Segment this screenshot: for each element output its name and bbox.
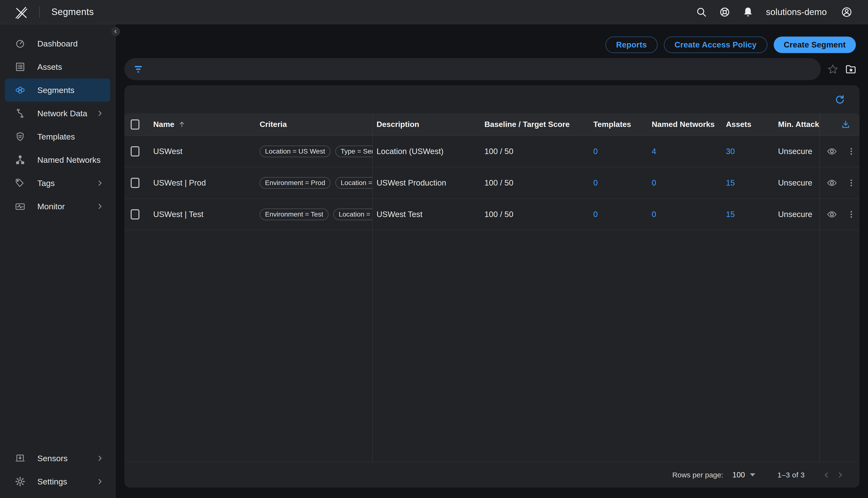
row-checkbox[interactable]: [124, 209, 146, 220]
segments-icon: [15, 84, 26, 96]
sensors-icon: [15, 453, 26, 464]
sidebar-item-network-data[interactable]: Network Data: [5, 102, 110, 125]
segment-name: USWest: [153, 147, 182, 156]
sidebar-item-settings[interactable]: Settings: [5, 470, 110, 493]
sidebar-item-monitor[interactable]: Monitor: [5, 195, 110, 218]
create-access-policy-button[interactable]: Create Access Policy: [664, 37, 767, 53]
main-content: Reports Create Access Policy Create Segm…: [115, 24, 868, 498]
row-menu-kebab-icon[interactable]: [846, 178, 856, 188]
segment-description: USWest Test: [373, 210, 483, 219]
table-row[interactable]: USWest Location = US West Type = Server …: [124, 136, 859, 167]
reports-button[interactable]: Reports: [605, 37, 658, 53]
previous-page-icon[interactable]: [820, 468, 833, 482]
help-icon[interactable]: [713, 3, 736, 21]
table-pagination: Rows per page: 100 1–3 of 3: [124, 462, 859, 488]
criteria-chip: Location = US West: [333, 209, 372, 220]
criteria-chip: Environment = Prod: [260, 177, 331, 189]
view-eye-icon[interactable]: [827, 209, 837, 220]
min-attack-score: Unsecure: [775, 147, 820, 156]
sidebar-spacer: [0, 218, 115, 447]
column-header-name[interactable]: Name: [146, 120, 260, 129]
named-networks-count-link[interactable]: 4: [652, 147, 656, 156]
named-networks-icon: [15, 154, 26, 166]
sidebar-item-tags[interactable]: Tags: [5, 171, 110, 195]
rows-per-page-select[interactable]: 100: [732, 471, 755, 479]
criteria-chip: Location = US West: [260, 146, 331, 157]
baseline-target-score: 100 / 50: [483, 210, 590, 219]
filter-bar[interactable]: [124, 58, 821, 80]
app-logo-icon[interactable]: [14, 5, 28, 19]
sidebar-item-assets[interactable]: Assets: [5, 55, 110, 78]
segments-table-card: Name Criteria Description Baseline / Tar…: [124, 85, 859, 488]
page-actions: Reports Create Access Policy Create Segm…: [124, 37, 859, 53]
min-attack-score: Unsecure: [775, 178, 820, 187]
assets-count-link[interactable]: 15: [726, 210, 735, 219]
named-networks-count-link[interactable]: 0: [652, 210, 656, 219]
templates-count-link[interactable]: 0: [593, 178, 598, 187]
chevron-right-icon: [96, 110, 103, 117]
sidebar-item-named-networks[interactable]: Named Networks: [5, 148, 110, 171]
table-row[interactable]: USWest | Prod Environment = Prod Locatio…: [124, 167, 859, 199]
topbar-divider: [39, 6, 40, 18]
chevron-right-icon: [96, 478, 103, 485]
assets-count-link[interactable]: 15: [726, 178, 735, 187]
baseline-target-score: 100 / 50: [483, 178, 590, 187]
column-header-description: Description: [373, 120, 483, 129]
assets-count-link[interactable]: 30: [726, 147, 735, 156]
saved-filters-folder-icon[interactable]: [843, 62, 858, 77]
chevron-right-icon: [96, 203, 103, 210]
next-page-icon[interactable]: [833, 468, 847, 482]
named-networks-count-link[interactable]: 0: [652, 178, 656, 187]
baseline-target-score: 100 / 50: [483, 147, 590, 156]
sidebar-item-segments[interactable]: Segments: [5, 78, 110, 102]
tenant-name: solutions-demo: [766, 7, 827, 17]
sidebar: Dashboard Assets Segments: [0, 24, 115, 498]
settings-gear-icon: [15, 476, 26, 487]
column-header-criteria: Criteria: [260, 120, 372, 129]
view-eye-icon[interactable]: [827, 178, 837, 188]
dropdown-caret-icon: [750, 473, 755, 476]
view-eye-icon[interactable]: [827, 146, 837, 157]
table-header-row: Name Criteria Description Baseline / Tar…: [124, 113, 859, 136]
row-checkbox[interactable]: [124, 146, 146, 156]
notifications-icon[interactable]: [736, 3, 760, 21]
sort-ascending-icon: [178, 121, 186, 128]
page-title: Segments: [51, 7, 94, 17]
table-toolbar: [124, 85, 859, 113]
network-data-icon: [15, 108, 26, 119]
table-empty-area: [124, 230, 859, 462]
templates-count-link[interactable]: 0: [593, 210, 598, 219]
row-menu-kebab-icon[interactable]: [846, 146, 856, 156]
row-checkbox[interactable]: [124, 178, 146, 188]
rows-per-page-label: Rows per page:: [672, 471, 723, 479]
chevron-right-icon: [96, 455, 103, 462]
column-header-templates: Templates: [590, 120, 648, 129]
column-header-assets: Assets: [725, 120, 775, 129]
pagination-range: 1–3 of 3: [778, 471, 805, 479]
sidebar-item-dashboard[interactable]: Dashboard: [5, 32, 110, 55]
account-icon[interactable]: [835, 3, 858, 21]
favorite-star-icon[interactable]: [826, 62, 840, 77]
templates-count-link[interactable]: 0: [593, 147, 598, 156]
download-icon[interactable]: [841, 119, 851, 130]
dashboard-icon: [15, 38, 26, 49]
criteria-chip: Environment = Test: [260, 209, 329, 220]
topbar-actions: solutions-demo: [690, 3, 868, 21]
search-icon[interactable]: [690, 3, 713, 21]
tags-icon: [15, 178, 26, 189]
refresh-icon[interactable]: [834, 93, 848, 106]
assets-icon: [15, 61, 26, 73]
sidebar-item-sensors[interactable]: Sensors: [5, 447, 110, 470]
table-row[interactable]: USWest | Test Environment = Test Locatio…: [124, 199, 859, 230]
row-menu-kebab-icon[interactable]: [846, 210, 856, 219]
sidebar-item-templates[interactable]: Templates: [5, 125, 110, 148]
segment-description: Location (USWest): [373, 147, 483, 156]
criteria-chip: Type = Server: [335, 146, 372, 157]
column-header-min-attack-score: Min. Attack Score: [775, 120, 820, 129]
create-segment-button[interactable]: Create Segment: [774, 37, 856, 53]
sidebar-collapse-button[interactable]: [111, 27, 120, 36]
segment-name: USWest | Test: [153, 210, 203, 219]
select-all-checkbox[interactable]: [124, 119, 146, 130]
topbar: Segments solutions-demo: [0, 0, 868, 24]
filter-icon: [133, 64, 144, 75]
